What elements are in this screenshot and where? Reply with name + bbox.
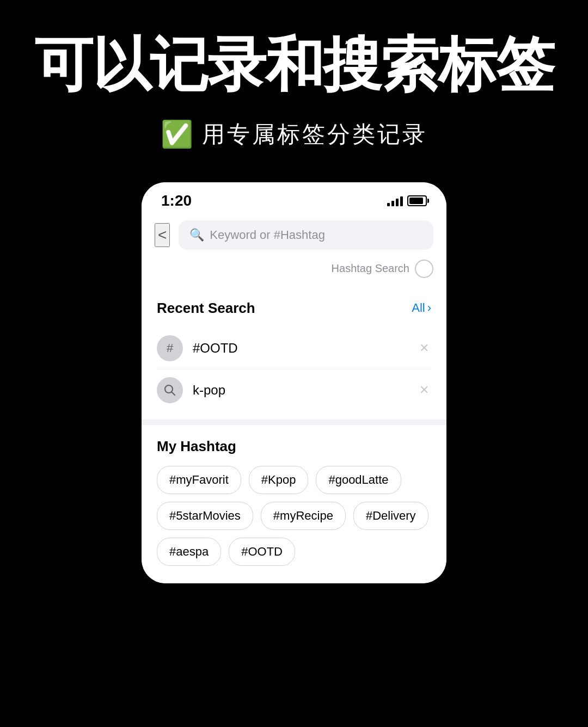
hashtag-chips-grid: #myFavorit #Kpop #goodLatte #5starMovies…: [157, 466, 431, 566]
subtitle-text: 用专属标签分类记录: [202, 119, 427, 150]
battery-icon: [407, 195, 427, 206]
status-icons: [387, 195, 427, 206]
my-hashtag-title: My Hashtag: [157, 438, 431, 455]
chevron-right-icon: ›: [427, 301, 431, 315]
battery-fill: [409, 198, 423, 204]
hashtag-chip-ootd[interactable]: #OOTD: [229, 538, 295, 566]
hashtag-toggle-row: Hashtag Search: [142, 255, 446, 287]
back-button[interactable]: <: [155, 223, 170, 247]
search-input-box[interactable]: 🔍 Keyword or #Hashtag: [179, 220, 433, 250]
search-icon: 🔍: [189, 228, 204, 242]
status-bar: 1:20: [142, 182, 446, 215]
hashtag-chip-myfavorit[interactable]: #myFavorit: [157, 466, 241, 494]
hashtag-chip-goodlatte[interactable]: #goodLatte: [316, 466, 401, 494]
recent-search-title: Recent Search: [157, 300, 255, 317]
signal-icon: [387, 195, 403, 206]
search-bar-row: < 🔍 Keyword or #Hashtag: [142, 215, 446, 255]
subtitle-emoji: ✅: [161, 119, 193, 150]
hashtag-chip-5starmovies[interactable]: #5starMovies: [157, 502, 253, 530]
subtitle-row: ✅ 用专属标签分类记录: [161, 119, 427, 150]
hero-title: 可以记录和搜索标签: [34, 33, 554, 97]
recent-item-ootd: # #OOTD ✕: [157, 328, 431, 369]
recent-item-kpop: k-pop ✕: [157, 369, 431, 411]
hashtag-chip-myrecipe[interactable]: #myRecipe: [261, 502, 346, 530]
svg-line-1: [172, 392, 175, 395]
recent-search-all-link[interactable]: All ›: [412, 301, 431, 315]
hashtag-icon: #: [157, 335, 183, 361]
hashtag-chip-aespa[interactable]: #aespa: [157, 538, 221, 566]
remove-kpop-button[interactable]: ✕: [417, 381, 431, 399]
search-placeholder: Keyword or #Hashtag: [210, 228, 325, 242]
hashtag-toggle-label: Hashtag Search: [332, 262, 409, 275]
my-hashtag-section: My Hashtag #myFavorit #Kpop #goodLatte #…: [142, 425, 446, 583]
status-time: 1:20: [161, 192, 192, 210]
recent-item-ootd-label: #OOTD: [193, 341, 417, 356]
remove-ootd-button[interactable]: ✕: [417, 339, 431, 358]
section-divider: [142, 420, 446, 425]
hashtag-chip-kpop[interactable]: #Kpop: [249, 466, 309, 494]
all-label: All: [412, 301, 425, 315]
phone-content: 1:20 < 🔍 Keyword or #Hashtag: [142, 182, 446, 583]
phone-mockup: 1:20 < 🔍 Keyword or #Hashtag: [142, 182, 446, 583]
hashtag-chip-delivery[interactable]: #Delivery: [353, 502, 428, 530]
recent-search-header: Recent Search All ›: [157, 300, 431, 317]
search-keyword-icon: [157, 377, 183, 403]
recent-item-kpop-label: k-pop: [193, 383, 417, 398]
hashtag-toggle[interactable]: [415, 260, 433, 278]
recent-search-section: Recent Search All › # #OOTD ✕: [142, 287, 446, 420]
